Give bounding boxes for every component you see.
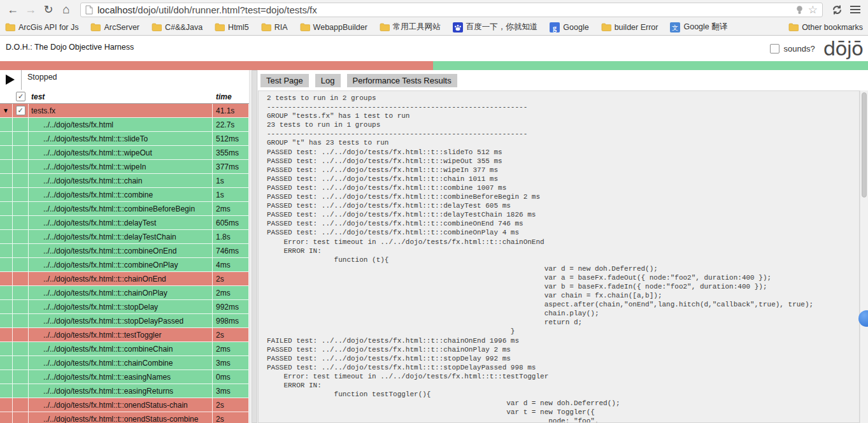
checkbox-cell [13, 202, 29, 216]
test-time: 992ms [213, 300, 249, 314]
log-scrollbar[interactable] [860, 90, 868, 423]
log-scrollbar-thumb[interactable] [862, 92, 867, 197]
tab-log[interactable]: Log [315, 74, 341, 87]
test-name: ../../dojo/tests/fx.html::t::stopDelayPa… [29, 314, 213, 328]
expander-cell [0, 286, 13, 300]
time-column-header: time [213, 92, 249, 101]
bookmark-item[interactable]: C#&&Java [152, 23, 203, 32]
refresh-icon[interactable]: ↻ [39, 0, 57, 19]
select-all-checkbox[interactable] [16, 92, 25, 101]
run-tests-button[interactable] [6, 75, 15, 85]
log-output: 2 tests to run in 2 groups -------------… [258, 90, 860, 423]
bookmark-item[interactable]: 文Google 翻译 [670, 22, 727, 32]
test-row: ../../dojo/tests/fx.html::t::chainOnEnd2… [0, 272, 249, 286]
svg-text:g: g [553, 23, 557, 32]
test-checkbox[interactable] [16, 106, 25, 115]
test-time: 22.7s [213, 118, 249, 132]
test-time: 1s [213, 188, 249, 202]
bookmark-label: Google [563, 23, 588, 32]
expander-cell [0, 216, 13, 230]
home-icon[interactable]: ⌂ [57, 0, 75, 19]
progress-bar [0, 61, 868, 70]
bookmarks-list: ArcGis API for JsArcServerC#&&JavaHtml5R… [5, 22, 788, 32]
circular-arrows-icon[interactable] [832, 4, 843, 15]
test-row: ▼tests.fx41.1s [0, 104, 249, 118]
test-time: 512ms [213, 132, 249, 146]
bookmark-item[interactable]: builder Error [601, 23, 658, 32]
forward-icon[interactable]: → [22, 0, 39, 19]
test-time: 377ms [213, 160, 249, 174]
test-time: 1.8s [213, 230, 249, 244]
test-row: ../../dojo/tests/fx.html::t::combineOnPl… [0, 258, 249, 272]
test-name: ../../dojo/tests/fx.html::t::wipeIn [29, 160, 213, 174]
test-row: ../../dojo/tests/fx.html::t::wipeIn377ms [0, 160, 249, 174]
url-text: localhost/dojo/util/doh/runner.html?test… [97, 4, 792, 15]
test-row: ../../dojo/tests/fx.html::t::delayTestCh… [0, 230, 249, 244]
svg-text:文: 文 [672, 24, 678, 31]
test-row: ../../dojo/tests/fx.html::t::easingRetur… [0, 384, 249, 398]
expander-cell [0, 202, 13, 216]
checkbox-cell [13, 356, 29, 370]
runner-status: Stopped [27, 73, 57, 82]
expander-cell [0, 314, 13, 328]
test-time: 4ms [213, 258, 249, 272]
sounds-checkbox[interactable] [770, 44, 779, 54]
test-time: 2ms [213, 202, 249, 216]
bookmark-item[interactable]: RIA [261, 23, 288, 32]
runner-controls: Stopped [0, 70, 249, 90]
bookmark-item[interactable]: ArcServer [90, 23, 139, 32]
test-table-header: test time [0, 90, 249, 104]
expander-cell: ▼ [0, 104, 13, 118]
baidu-icon [453, 22, 463, 32]
expander-cell [0, 328, 13, 342]
bookmark-item[interactable]: 百度一下，你就知道 [453, 22, 538, 32]
menu-icon[interactable] [850, 6, 860, 13]
tab-test-page[interactable]: Test Page [260, 74, 309, 87]
checkbox-cell [13, 342, 29, 356]
checkbox-cell [13, 216, 29, 230]
checkbox-cell [13, 328, 29, 342]
test-row: ../../dojo/tests/fx.html::t::chainCombin… [0, 356, 249, 370]
back-icon[interactable]: ← [4, 0, 22, 19]
test-row: ../../dojo/tests/fx.html::t::slideTo512m… [0, 132, 249, 146]
bookmark-label: ArcGis API for Js [18, 23, 78, 32]
checkbox-cell [13, 272, 29, 286]
bookmark-item[interactable]: 常用工具网站 [380, 22, 441, 32]
checkbox-cell [13, 146, 29, 160]
test-row: ../../dojo/tests/fx.html::t::easingNames… [0, 370, 249, 384]
tab-performance-tests-results[interactable]: Performance Tests Results [347, 74, 457, 87]
pane-scrollbar[interactable] [249, 70, 259, 423]
collapse-arrow-icon[interactable]: ▼ [3, 107, 9, 114]
checkbox-cell [13, 370, 29, 384]
folder-icon [152, 23, 162, 31]
test-row: ../../dojo/tests/fx.html::t::testToggler… [0, 328, 249, 342]
test-row: ../../dojo/tests/fx.html::t::combineBefo… [0, 202, 249, 216]
checkbox-cell [13, 230, 29, 244]
checkbox-cell [13, 104, 29, 118]
test-row: ../../dojo/tests/fx.html::t::combineOnEn… [0, 244, 249, 258]
test-name: ../../dojo/tests/fx.html::t::combine [29, 188, 213, 202]
pane-scrollbar-thumb[interactable] [252, 70, 257, 423]
page-title: D.O.H.: The Dojo Objective Harness [6, 43, 134, 52]
checkbox-cell [13, 132, 29, 146]
expander-cell [0, 174, 13, 188]
test-name: ../../dojo/tests/fx.html::t::stopDelay [29, 300, 213, 314]
url-host: localhost [97, 4, 135, 15]
test-name: ../../dojo/tests/fx.html::t::chainOnPlay [29, 286, 213, 300]
address-bar[interactable]: localhost/dojo/util/doh/runner.html?test… [80, 3, 823, 17]
test-name: ../../dojo/tests/fx.html::t::easingNames [29, 370, 213, 384]
test-name: ../../dojo/tests/fx.html::t::combineOnPl… [29, 258, 213, 272]
other-bookmarks-button[interactable]: Other bookmarks [788, 23, 863, 32]
lightbulb-icon[interactable] [796, 5, 803, 15]
test-row: ../../dojo/tests/fx.html::t::onendStatus… [0, 412, 249, 423]
bookmark-star-icon[interactable]: ☆ [808, 3, 818, 17]
bookmark-item[interactable]: gGoogle [550, 22, 588, 32]
bookmarks-bar: ArcGis API for JsArcServerC#&&JavaHtml5R… [0, 19, 868, 36]
test-time: 2ms [213, 342, 249, 356]
results-pane: Test PageLogPerformance Tests Results 2 … [258, 70, 860, 423]
bookmark-item[interactable]: WebappBuilder [300, 23, 367, 32]
test-name: ../../dojo/tests/fx.html::t::combineChai… [29, 342, 213, 356]
bookmark-item[interactable]: ArcGis API for Js [5, 23, 78, 32]
bookmark-label: Google 翻译 [683, 22, 727, 32]
bookmark-item[interactable]: Html5 [215, 23, 249, 32]
